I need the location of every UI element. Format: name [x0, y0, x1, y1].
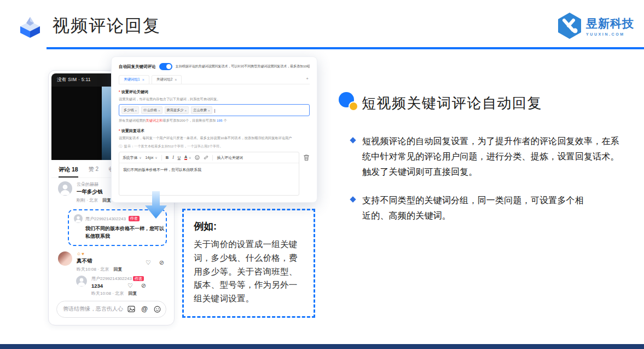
auto-reply-description: 支持根据评论的关键词设置回复话术，可以针对不同类型关键词设置回复话术，最多添加1… [176, 64, 310, 69]
mention-icon[interactable]: @ [141, 305, 148, 313]
tab-likes[interactable]: 赞 2 [89, 165, 98, 178]
chevron-down-icon: ∨ [189, 156, 191, 159]
reply-section-title: *设置回复话术 [119, 128, 310, 134]
title-divider [47, 47, 644, 49]
brand-name: 昱新科技 [586, 16, 634, 31]
like-icon[interactable]: ♡ [127, 282, 133, 289]
font-color-button[interactable]: A∨ [184, 155, 192, 161]
dislike-icon[interactable]: ⊘ [141, 282, 146, 289]
chevron-down-icon: ∨ [155, 156, 157, 159]
delete-group-icon[interactable] [303, 154, 310, 161]
tab-comments[interactable]: 评论 18 [59, 166, 78, 178]
info-icon: ⓘ [119, 144, 123, 149]
remove-keyword-icon[interactable]: × [135, 108, 137, 112]
keyword-input[interactable]: 多少钱× 什么价格× 费用是多少× 怎么收费× | [119, 104, 310, 116]
comment-text: 一年多少钱 [77, 188, 111, 196]
comment-meta: 昨天10:08 · 北京回复 [91, 290, 144, 296]
avatar [58, 181, 72, 196]
italic-button[interactable]: I [172, 155, 174, 160]
editor-content[interactable]: 我们不同的版本价格不一样，您可以私信联系我 [119, 163, 299, 195]
page-title: 视频评论回复 [53, 14, 161, 37]
auto-reply-toggle[interactable] [159, 63, 172, 70]
comment-meta: 刚刚 · 北京回复 [77, 197, 111, 203]
commenter-name: 用户2299214302243 [85, 216, 126, 222]
page: 视频评论回复 昱新科技 YUUXIN.COM 没有 SIM · 5:11 有酸也… [0, 0, 644, 349]
commenter-name: 用户2299214302243 作者 [91, 276, 144, 282]
section-bubble-icon [338, 91, 361, 111]
reply-link[interactable]: 回复 [128, 291, 137, 296]
diamond-bullet-icon [350, 196, 356, 202]
comment-text: 真不错 [77, 258, 122, 265]
brand-logo: 昱新科技 YUUXIN.COM [557, 12, 634, 39]
keyword-limit-note: 所有关键词组里的关键词之和最多可添加200个，目前剩余可添加 195 个 [119, 118, 310, 123]
keyword-section-desc: 设置关键词，当评论里内容包含了以下关键词，则系统可自动回复。 [119, 97, 310, 102]
reply-section-desc: 设置回复话术，每回复一个用户评论只发送一条话术。最多支持设置10条不同话术，按添… [119, 136, 310, 141]
chevron-down-icon: ∨ [139, 156, 141, 159]
pointer-arrow-icon [143, 191, 169, 220]
avatar [76, 276, 87, 287]
keyword-tag[interactable]: 费用是多少× [165, 106, 189, 114]
comment-input-placeholder: 善语结善缘，恶言伤人心 [63, 305, 127, 313]
remove-keyword-icon[interactable]: × [208, 108, 210, 112]
keyword-section-title: *设置评论关键词 [119, 89, 310, 95]
keyword-tag[interactable]: 怎么收费× [191, 106, 212, 114]
add-group-icon[interactable]: + [306, 76, 309, 81]
reply-link[interactable]: 回复 [102, 198, 111, 203]
text-cursor: | [214, 108, 216, 113]
emoji-icon[interactable] [154, 306, 161, 313]
comment-input-bar: 善语结善缘，恶言伤人心 @ [54, 299, 169, 319]
comment-reply-row: 用户2299214302243 作者 1234 昨天10:08 · 北京回复 ♡… [69, 273, 171, 297]
commenter-name: 云朵的赫赫 [77, 181, 111, 187]
example-callout: 例如: 关于询价的设置成一组关键词，多少钱、什么价格，费用多少等。关于咨询班型、… [182, 209, 315, 318]
example-body: 关于询价的设置成一组关键词，多少钱、什么价格，费用多少等。关于咨询班型、版本、型… [194, 238, 304, 306]
reply-link[interactable]: 回复 [113, 267, 122, 272]
keyword-group-tabs: 关键词组1× 关键词组2× + [119, 75, 310, 84]
font-family-select[interactable]: 系统字体∨ [123, 155, 142, 161]
image-icon[interactable] [127, 306, 135, 312]
diamond-bullet-icon [350, 137, 356, 143]
insert-keyword-button[interactable]: 插入评论关键词 [217, 155, 243, 161]
remove-keyword-icon[interactable]: × [158, 108, 160, 112]
keyword-tag[interactable]: 什么价格× [141, 106, 162, 114]
close-icon[interactable]: × [175, 78, 177, 82]
avatar [58, 251, 72, 266]
commenter-name: ☺♥ [77, 251, 122, 256]
auto-reply-text: 我们不同的版本价格不一样，您可以私信联系我 [85, 225, 167, 241]
avatar [74, 214, 83, 223]
like-icon[interactable]: ♡ [146, 259, 151, 266]
rich-text-editor: 系统字体∨ 14px∨ B I U A∨ 插入评论关键词 我们不同的版本价格不一… [119, 152, 299, 196]
dislike-icon[interactable]: ⊘ [159, 259, 164, 266]
comment-row: ☺♥ 真不错 昨天10:08 · 北京回复 ♡ ⊘ [51, 248, 171, 273]
cube-logo-icon [18, 15, 42, 39]
font-size-select[interactable]: 14px∨ [146, 156, 158, 159]
author-badge: 作者 [129, 216, 140, 221]
tab-keyword-group-2[interactable]: 关键词组2× [152, 75, 182, 84]
feature-bullet: 支持不同类型的关键词分组，同一类问题，可设置多个相近的、高频的关键词。 [351, 193, 591, 224]
auto-reply-toggle-label: 自动回复关键词评论 [119, 64, 156, 70]
editor-toolbar: 系统字体∨ 14px∨ B I U A∨ 插入评论关键词 [119, 152, 299, 163]
comment-input[interactable]: 善语结善缘，恶言伤人心 @ [56, 301, 166, 318]
keyword-tag[interactable]: 多少钱× [121, 106, 139, 114]
tab-keyword-group-1[interactable]: 关键词组1× [119, 75, 149, 84]
comment-meta: 昨天10:08 · 北京回复 [77, 266, 122, 272]
section-title: 短视频关键词评论自动回复 [362, 94, 542, 113]
brand-domain: YUUXIN.COM [586, 32, 634, 36]
brand-hexagon-icon [557, 12, 582, 39]
footer-bar [0, 344, 644, 349]
remove-keyword-icon[interactable]: × [185, 108, 187, 112]
underline-button[interactable]: U [178, 155, 181, 160]
example-title: 例如: [194, 220, 304, 233]
auto-reply-settings-panel: 自动回复关键词评论 支持根据评论的关键词设置回复话术，可以针对不同类型关键词设置… [111, 56, 317, 203]
link-button-icon[interactable] [204, 155, 208, 160]
reply-tip: ⓘ提示：一个富文本框最多支持512个字符，一个汉字占用2个字符。 [119, 144, 310, 149]
feature-bullet: 短视频评论的自动回复设置，为了提升作者的评论回复效率，在系统中针对常见的评论用户… [351, 134, 630, 180]
author-badge: 作者 [133, 276, 144, 281]
bold-button[interactable]: B [166, 155, 169, 160]
close-icon[interactable]: × [142, 78, 144, 82]
emoji-button-icon[interactable] [195, 155, 200, 160]
